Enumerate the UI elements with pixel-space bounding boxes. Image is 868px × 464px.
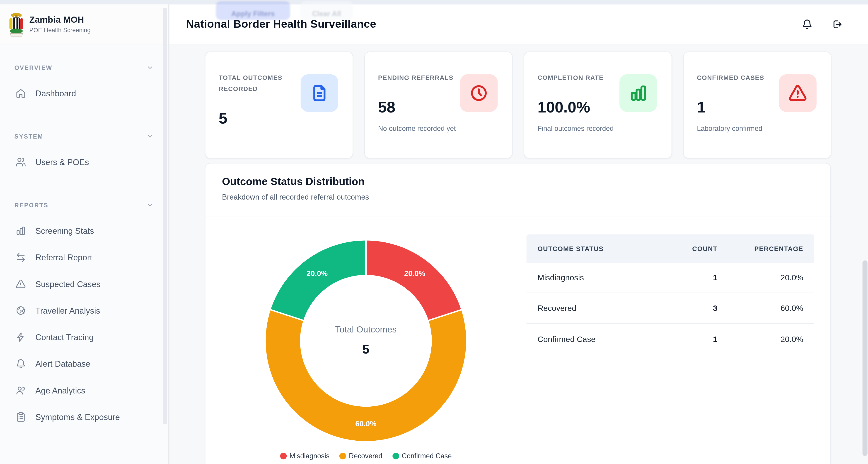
cell-status: Recovered [527,304,659,313]
top-strip [0,0,868,4]
cell-percentage: 20.0% [732,335,814,343]
stat-card-confirmed-cases: CONFIRMED CASES 1 Laboratory confirmed [683,52,832,158]
outcome-distribution-card: Outcome Status Distribution Breakdown of… [205,163,831,464]
main-scrollbar-thumb[interactable] [863,260,868,456]
sidebar-item-suspected-cases[interactable]: Suspected Cases [0,270,168,297]
card-header: Outcome Status Distribution Breakdown of… [205,164,830,217]
sidebar-item-alert-database[interactable]: Alert Database [0,350,168,377]
outcome-table-column: OUTCOME STATUS COUNT PERCENTAGE Misdiagn… [527,234,814,460]
sidebar-nav: OVERVIEW Dashboard SYSTEM [0,60,168,438]
slice-percentage-label: 20.0% [307,269,328,278]
arrows-left-right-icon [16,252,26,262]
sidebar-item-age-analytics[interactable]: Age Analytics [0,377,168,403]
column-header-percentage: PERCENTAGE [732,245,814,253]
chevron-down-icon [146,201,154,209]
legend-item-recovered[interactable]: Recovered [339,452,382,460]
slice-percentage-label: 20.0% [404,269,425,278]
section-label: SYSTEM [14,133,43,140]
sidebar-item-dashboard[interactable]: Dashboard [0,80,168,106]
outcome-table: OUTCOME STATUS COUNT PERCENTAGE Misdiagn… [527,234,814,354]
cell-count: 1 [659,335,732,343]
column-header-count: COUNT [659,245,732,253]
sidebar-item-label: Contact Tracing [35,332,94,342]
sidebar-item-screening-stats[interactable]: Screening Stats [0,217,168,244]
users-icon [16,156,26,167]
table-row: Confirmed Case 1 20.0% [527,324,814,354]
sidebar-item-label: Users & POEs [35,157,89,167]
sidebar-section-system[interactable]: SYSTEM [0,128,168,144]
sidebar-divider [0,438,168,438]
bar-chart-icon [619,74,657,112]
sidebar-section-reports[interactable]: REPORTS [0,197,168,213]
card-body: 20.0%60.0%20.0% Total Outcomes 5 Misdiag… [205,217,830,460]
clear-all-button-ghost[interactable]: Clear All [300,1,353,20]
sidebar-item-users-poes[interactable]: Users & POEs [0,149,168,175]
logout-icon[interactable] [832,19,843,30]
slice-percentage-label: 60.0% [355,419,376,428]
users-round-icon [16,385,26,395]
apply-filters-button-ghost[interactable]: Apply Filters [216,1,290,20]
apply-filters-label: Apply Filters [231,9,275,18]
sidebar-item-label: Alert Database [35,359,90,368]
home-icon [16,88,26,98]
stat-label: CONFIRMED CASES [697,72,780,83]
stat-note: Laboratory confirmed [697,123,780,135]
section-title: Outcome Status Distribution [222,176,814,188]
zap-icon [16,331,26,342]
cell-status: Confirmed Case [527,335,659,343]
chart-legend: Misdiagnosis Recovered Confirmed Case [205,452,526,460]
stat-note: Final outcomes recorded [537,123,620,135]
brand-title: Zambia MOH [29,15,90,25]
stat-value: 5 [219,110,339,127]
globe-icon [16,305,26,315]
cell-count: 1 [659,273,732,282]
sidebar-item-label: Traveller Analysis [35,306,100,315]
stat-label: TOTAL OUTCOMES RECORDED [219,72,302,94]
chevron-down-icon [146,133,154,140]
stat-note: No outcome recorded yet [378,123,461,135]
stat-card-pending-referrals: PENDING REFERRALS 58 No outcome recorded… [364,52,513,158]
sidebar-item-contact-tracing[interactable]: Contact Tracing [0,324,168,350]
cell-percentage: 20.0% [732,273,814,282]
cell-count: 3 [659,304,732,313]
page-title: National Border Health Surveillance [186,18,376,30]
table-header-row: OUTCOME STATUS COUNT PERCENTAGE [527,234,814,263]
dashboard-content: TOTAL OUTCOMES RECORDED 5 PENDING REFERR… [169,44,868,464]
sidebar-item-traveller-analysis[interactable]: Traveller Analysis [0,297,168,324]
legend-label: Misdiagnosis [289,452,330,460]
sidebar-section-overview[interactable]: OVERVIEW [0,60,168,75]
main-area: Apply Filters Clear All National Border … [169,4,868,464]
clear-all-label: Clear All [312,9,341,18]
sidebar-item-symptoms-exposure[interactable]: Symptoms & Exposure [0,403,168,430]
clipboard-list-icon [16,411,26,422]
app-root: Zambia MOH POE Health Screening OVERVIEW… [0,0,868,464]
legend-dot [339,453,346,459]
sidebar-scrollbar-thumb[interactable] [163,8,167,424]
zambia-coat-of-arms-logo [9,11,24,37]
table-row: Recovered 3 60.0% [527,293,814,324]
sidebar-item-label: Dashboard [35,88,76,98]
sidebar-item-label: Symptoms & Exposure [35,412,120,422]
legend-item-misdiagnosis[interactable]: Misdiagnosis [280,452,330,460]
chart-column: 20.0%60.0%20.0% Total Outcomes 5 Misdiag… [205,217,526,460]
column-header-outcome-status: OUTCOME STATUS [527,245,659,253]
legend-item-confirmed-case[interactable]: Confirmed Case [393,452,452,460]
cell-status: Misdiagnosis [527,273,659,282]
stat-label: COMPLETION RATE [537,72,620,83]
notifications-bell-icon[interactable] [802,19,813,30]
file-text-icon [301,74,338,112]
sidebar-item-label: Age Analytics [35,385,85,395]
clock-icon [460,74,498,112]
page-header: Apply Filters Clear All National Border … [169,4,868,45]
legend-dot [280,453,287,459]
sidebar: Zambia MOH POE Health Screening OVERVIEW… [0,4,169,464]
alert-triangle-icon [779,74,816,112]
section-subtitle: Breakdown of all recorded referral outco… [222,193,814,201]
legend-dot [393,453,399,459]
stat-label: PENDING REFERRALS [378,72,461,83]
sidebar-item-referral-report[interactable]: Referral Report [0,244,168,270]
section-label: REPORTS [14,202,49,208]
bell-icon [16,358,26,369]
brand-header: Zambia MOH POE Health Screening [0,4,168,45]
table-row: Misdiagnosis 1 20.0% [527,263,814,293]
